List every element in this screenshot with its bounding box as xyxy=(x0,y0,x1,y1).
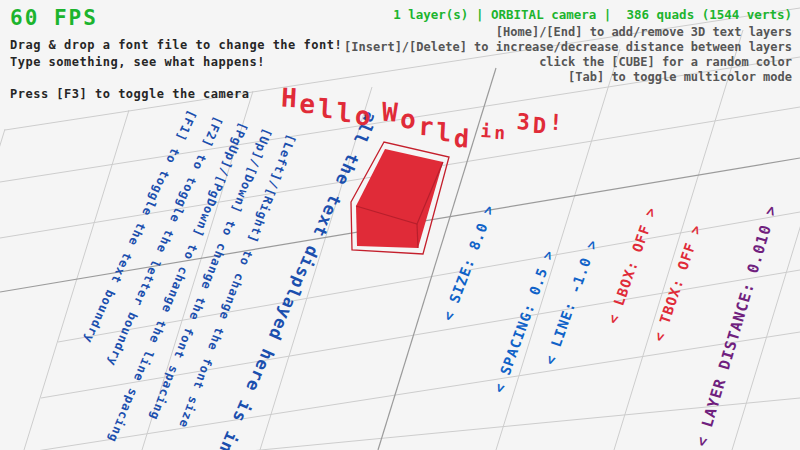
raylib-text3d-window: [F1] to toggle the text boundry [F2] to … xyxy=(0,0,800,450)
help-cube-color: click the [CUBE] for a random color xyxy=(539,55,792,69)
tip-drag-drop: Drag & drop a font file to change the fo… xyxy=(10,38,342,52)
help-layer-distance: [Insert]/[Delete] to increase/decrease d… xyxy=(344,40,792,54)
help-layers: [Home]/[End] to add/remove 3D text layer… xyxy=(496,25,792,39)
status-bar: 1 layer(s) | ORBITAL camera | 386 quads … xyxy=(393,7,792,22)
fps-counter: 60 FPS xyxy=(10,6,98,30)
tip-camera-key: Press [F3] to toggle the camera xyxy=(10,87,249,101)
tip-type: Type something, see what happens! xyxy=(10,55,265,69)
help-multicolor: [Tab] to toggle multicolor mode xyxy=(568,70,792,84)
